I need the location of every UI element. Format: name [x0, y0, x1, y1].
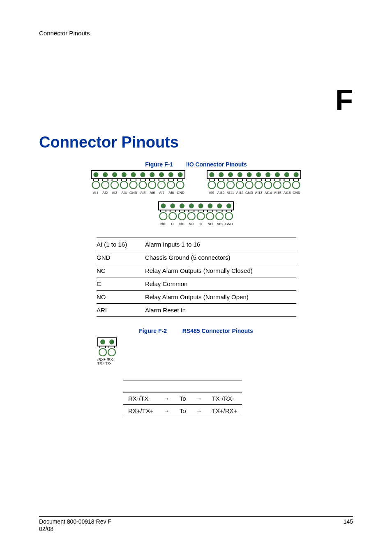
svg-point-14 [120, 181, 128, 189]
svg-point-18 [158, 181, 165, 189]
table-row [123, 381, 242, 392]
figure1-title: I/O Connector Pinouts [186, 161, 247, 168]
rs-mid: To [175, 404, 191, 417]
pin-label: AI13 [254, 191, 263, 195]
svg-point-116 [100, 339, 105, 344]
rs485-label-line2: TX+ TX- [97, 362, 353, 365]
io-desc: Chassis Ground (5 connectors) [145, 251, 296, 264]
pin-label: AI1 [91, 191, 100, 195]
pin-label: AI9 [207, 191, 216, 195]
svg-point-49 [275, 172, 280, 177]
svg-point-54 [227, 181, 234, 189]
svg-point-46 [247, 172, 252, 177]
connector-icon [91, 170, 185, 190]
rs485-labels: /RX+ /RX- TX+ TX- [97, 358, 353, 366]
svg-point-2 [103, 172, 108, 177]
rs-from: RX-/TX- [123, 392, 159, 405]
connector-icon [207, 170, 301, 190]
svg-point-97 [216, 212, 223, 220]
arrow-right-icon: → [159, 392, 175, 405]
connector-block-c: NC C NO NC C NO ARI GND [158, 201, 234, 226]
svg-point-55 [236, 181, 244, 189]
table-row: AI (1 to 16)Alarm Inputs 1 to 16 [97, 238, 296, 251]
io-key: C [97, 277, 145, 291]
svg-point-87 [198, 203, 203, 208]
svg-point-3 [112, 172, 117, 177]
footer-date: 02/08 [39, 526, 111, 533]
running-header: Connector Pinouts [39, 30, 353, 37]
pin-label: GND [244, 191, 254, 195]
rs485-mapping-table: RX-/TX- → To → TX-/RX- RX+/TX+ → To → TX… [123, 381, 242, 417]
svg-point-57 [255, 181, 262, 189]
svg-point-95 [197, 212, 205, 220]
table-row: RX+/TX+ → To → TX+/RX+ [123, 404, 242, 417]
svg-point-44 [228, 172, 233, 177]
arrow-right-icon: → [191, 392, 207, 405]
pin-label: AI15 [273, 191, 282, 195]
pin-label: GND [224, 222, 234, 226]
svg-point-47 [256, 172, 261, 177]
io-key: NC [97, 264, 145, 277]
svg-point-7 [150, 172, 154, 177]
figure1-label: Figure F-1 [145, 161, 173, 168]
connector-block-a: AI1 AI2 AI3 AI4 GND AI5 AI6 AI7 AI8 GND [91, 170, 185, 195]
connector-icon [97, 337, 117, 357]
footer-doc: Document 800-00918 Rev F [39, 518, 111, 526]
pin-label: ARI [215, 222, 224, 226]
rs-to: TX-/RX- [207, 392, 242, 405]
pin-label: NC [158, 222, 168, 226]
figure2-caption: Figure F-2 RS485 Connector Pinouts [39, 328, 353, 334]
pin-label: AI7 [157, 191, 166, 195]
svg-rect-82 [159, 202, 233, 210]
pin-label: AI8 [166, 191, 176, 195]
io-key: AI (1 to 16) [97, 238, 145, 251]
svg-point-13 [111, 181, 118, 189]
svg-point-48 [265, 172, 270, 177]
svg-point-50 [284, 172, 289, 177]
io-desc: Alarm Inputs 1 to 16 [145, 238, 296, 251]
svg-point-19 [167, 181, 175, 189]
connector-row-bottom: NC C NO NC C NO ARI GND [39, 201, 353, 226]
pin-label: AI3 [110, 191, 119, 195]
svg-point-17 [148, 181, 156, 189]
pin-label: NO [205, 222, 215, 226]
svg-point-83 [161, 203, 166, 208]
io-desc: Alarm Reset In [145, 304, 296, 317]
figure2-label: Figure F-2 [139, 328, 167, 334]
figure2-title: RS485 Connector Pinouts [182, 328, 253, 334]
pin-label: AI5 [138, 191, 148, 195]
svg-point-53 [217, 181, 225, 189]
pin-label: NC [187, 222, 196, 226]
svg-point-91 [159, 212, 167, 220]
connector-icon [158, 201, 234, 221]
io-pinout-table: AI (1 to 16)Alarm Inputs 1 to 16 GNDChas… [97, 238, 296, 317]
svg-point-89 [217, 203, 222, 208]
table-row: GNDChassis Ground (5 connectors) [97, 251, 296, 264]
pin-label: AI14 [263, 191, 273, 195]
pin-label: GND [129, 191, 138, 195]
rs485-label-line1: /RX+ /RX- [97, 358, 353, 362]
page-footer: Document 800-00918 Rev F 02/08 145 [39, 516, 353, 533]
pin-label: C [168, 222, 177, 226]
pin-label: GND [292, 191, 301, 195]
pin-label: AI6 [148, 191, 157, 195]
rs-mid: To [175, 392, 191, 405]
svg-point-5 [131, 172, 136, 177]
svg-point-98 [225, 212, 233, 220]
svg-point-88 [208, 203, 212, 208]
svg-point-117 [109, 339, 114, 344]
connector-b-labels: AI9 AI10 AI11 AI12 GND AI13 AI14 AI15 AI… [207, 191, 301, 195]
io-desc: Relay Alarm Outputs (Normally Closed) [145, 264, 296, 277]
svg-point-9 [168, 172, 173, 177]
connector-c-labels: NC C NO NC C NO ARI GND [158, 222, 234, 226]
svg-point-6 [140, 172, 145, 177]
pin-label: C [196, 222, 205, 226]
table-row: CRelay Common [97, 277, 296, 291]
table-row: NORelay Alarm Outputs (Normally Open) [97, 291, 296, 304]
svg-point-8 [159, 172, 164, 177]
svg-point-56 [246, 181, 253, 189]
pin-label: AI4 [119, 191, 129, 195]
svg-point-15 [130, 181, 137, 189]
svg-point-45 [238, 172, 242, 177]
figure1-caption: Figure F-1 I/O Connector Pinouts [39, 161, 353, 168]
